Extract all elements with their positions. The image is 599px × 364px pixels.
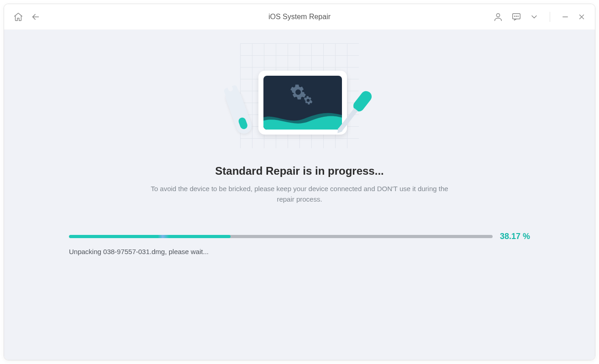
titlebar-right: [493, 12, 586, 22]
svg-point-0: [496, 13, 499, 16]
svg-point-3: [516, 16, 516, 16]
titlebar: iOS System Repair: [4, 4, 595, 30]
wave-graphic: [263, 107, 342, 130]
progress-section: 38.17 % Unpacking 038-97557-031.dmg, ple…: [69, 232, 530, 255]
close-icon[interactable]: [578, 13, 586, 21]
app-window: iOS System Repair: [4, 4, 595, 360]
progress-subtext: To avoid the device to be bricked, pleas…: [144, 184, 455, 204]
main-content: Standard Repair is in progress... To avo…: [4, 30, 595, 360]
chevron-down-icon[interactable]: [530, 12, 539, 21]
divider: [550, 12, 550, 22]
window-title: iOS System Repair: [268, 13, 331, 21]
svg-point-2: [515, 16, 515, 16]
progress-heading: Standard Repair is in progress...: [215, 165, 384, 177]
account-icon[interactable]: [493, 12, 503, 22]
device-screen: [263, 76, 342, 130]
repair-illustration: [226, 43, 373, 148]
progress-percent-label: 38.17 %: [500, 232, 530, 241]
titlebar-left: [13, 12, 41, 22]
feedback-icon[interactable]: [511, 12, 521, 22]
minimize-icon[interactable]: [561, 13, 569, 21]
back-arrow-icon[interactable]: [31, 12, 41, 22]
device-frame: [258, 71, 347, 135]
progress-status-text: Unpacking 038-97557-031.dmg, please wait…: [69, 248, 530, 255]
gear-small-icon: [304, 96, 313, 107]
progress-row: 38.17 %: [69, 232, 530, 241]
svg-point-4: [518, 16, 518, 16]
home-icon[interactable]: [13, 12, 23, 22]
progress-bar-track: [69, 235, 493, 238]
progress-bar-fill: [69, 235, 231, 238]
